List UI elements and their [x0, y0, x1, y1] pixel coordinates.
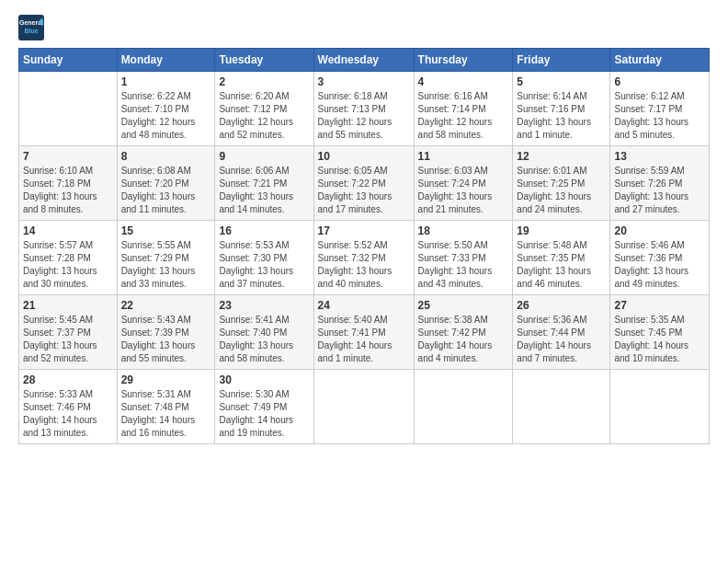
calendar-week-4: 21Sunrise: 5:45 AMSunset: 7:37 PMDayligh… [19, 295, 710, 370]
day-info: Sunrise: 5:33 AMSunset: 7:46 PMDaylight:… [23, 388, 113, 440]
day-info: Sunrise: 6:22 AMSunset: 7:10 PMDaylight:… [121, 90, 211, 142]
day-number: 9 [219, 150, 309, 163]
day-number: 3 [318, 75, 410, 88]
day-number: 6 [614, 75, 705, 88]
calendar-cell: 12Sunrise: 6:01 AMSunset: 7:25 PMDayligh… [513, 146, 610, 221]
calendar-cell: 1Sunrise: 6:22 AMSunset: 7:10 PMDaylight… [117, 72, 215, 146]
day-info: Sunrise: 5:57 AMSunset: 7:28 PMDaylight:… [23, 239, 113, 291]
calendar-cell: 3Sunrise: 6:18 AMSunset: 7:13 PMDaylight… [313, 72, 414, 146]
day-info: Sunrise: 5:53 AMSunset: 7:30 PMDaylight:… [219, 239, 309, 291]
day-info: Sunrise: 6:16 AMSunset: 7:14 PMDaylight:… [418, 90, 509, 142]
day-number: 23 [219, 299, 309, 312]
calendar-week-3: 14Sunrise: 5:57 AMSunset: 7:28 PMDayligh… [19, 221, 710, 295]
day-info: Sunrise: 5:41 AMSunset: 7:40 PMDaylight:… [219, 314, 309, 365]
weekday-header-wednesday: Wednesday [313, 49, 414, 72]
day-info: Sunrise: 6:20 AMSunset: 7:12 PMDaylight:… [219, 90, 309, 142]
day-number: 13 [614, 150, 705, 163]
calendar-cell: 10Sunrise: 6:05 AMSunset: 7:22 PMDayligh… [313, 146, 414, 221]
calendar-cell: 27Sunrise: 5:35 AMSunset: 7:45 PMDayligh… [610, 295, 710, 370]
calendar-page: General Blue SundayMondayTuesdayWednesda… [0, 0, 728, 459]
day-number: 19 [517, 224, 606, 237]
day-number: 17 [318, 224, 410, 237]
day-number: 22 [121, 299, 211, 312]
weekday-header-tuesday: Tuesday [215, 49, 313, 72]
day-info: Sunrise: 5:30 AMSunset: 7:49 PMDaylight:… [219, 388, 309, 440]
day-number: 1 [121, 75, 211, 88]
day-number: 29 [121, 373, 211, 386]
day-info: Sunrise: 6:01 AMSunset: 7:25 PMDaylight:… [517, 165, 606, 216]
day-number: 27 [614, 299, 705, 312]
calendar-header: SundayMondayTuesdayWednesdayThursdayFrid… [19, 49, 710, 72]
day-number: 25 [418, 299, 509, 312]
calendar-cell: 18Sunrise: 5:50 AMSunset: 7:33 PMDayligh… [414, 221, 513, 295]
calendar-cell: 24Sunrise: 5:40 AMSunset: 7:41 PMDayligh… [313, 295, 414, 370]
day-info: Sunrise: 5:35 AMSunset: 7:45 PMDaylight:… [614, 314, 705, 365]
calendar-cell: 4Sunrise: 6:16 AMSunset: 7:14 PMDaylight… [414, 72, 513, 146]
header: General Blue [18, 15, 710, 40]
weekday-header-thursday: Thursday [414, 49, 513, 72]
calendar-week-1: 1Sunrise: 6:22 AMSunset: 7:10 PMDaylight… [19, 72, 710, 146]
calendar-cell: 5Sunrise: 6:14 AMSunset: 7:16 PMDaylight… [513, 72, 610, 146]
weekday-header-sunday: Sunday [19, 49, 118, 72]
day-info: Sunrise: 5:43 AMSunset: 7:39 PMDaylight:… [121, 314, 211, 365]
day-info: Sunrise: 5:31 AMSunset: 7:48 PMDaylight:… [121, 388, 211, 440]
day-number: 7 [23, 150, 113, 163]
day-number: 14 [23, 224, 113, 237]
calendar-cell: 21Sunrise: 5:45 AMSunset: 7:37 PMDayligh… [19, 295, 118, 370]
calendar-week-5: 28Sunrise: 5:33 AMSunset: 7:46 PMDayligh… [19, 370, 710, 444]
day-number: 11 [418, 150, 509, 163]
calendar-cell [610, 370, 710, 444]
calendar-cell: 19Sunrise: 5:48 AMSunset: 7:35 PMDayligh… [513, 221, 610, 295]
calendar-cell: 7Sunrise: 6:10 AMSunset: 7:18 PMDaylight… [19, 146, 118, 221]
day-number: 18 [418, 224, 509, 237]
calendar-cell: 23Sunrise: 5:41 AMSunset: 7:40 PMDayligh… [215, 295, 313, 370]
calendar-cell: 26Sunrise: 5:36 AMSunset: 7:44 PMDayligh… [513, 295, 610, 370]
day-info: Sunrise: 6:03 AMSunset: 7:24 PMDaylight:… [418, 165, 509, 216]
logo-icon: General Blue [18, 15, 44, 40]
calendar-cell: 6Sunrise: 6:12 AMSunset: 7:17 PMDaylight… [610, 72, 710, 146]
calendar-cell: 8Sunrise: 6:08 AMSunset: 7:20 PMDaylight… [117, 146, 215, 221]
day-info: Sunrise: 5:38 AMSunset: 7:42 PMDaylight:… [418, 314, 509, 365]
weekday-header-row: SundayMondayTuesdayWednesdayThursdayFrid… [19, 49, 710, 72]
calendar-cell [313, 370, 414, 444]
day-info: Sunrise: 6:10 AMSunset: 7:18 PMDaylight:… [23, 165, 113, 216]
calendar-cell: 25Sunrise: 5:38 AMSunset: 7:42 PMDayligh… [414, 295, 513, 370]
svg-text:Blue: Blue [24, 28, 38, 34]
calendar-body: 1Sunrise: 6:22 AMSunset: 7:10 PMDaylight… [19, 72, 710, 444]
day-number: 15 [121, 224, 211, 237]
day-number: 30 [219, 373, 309, 386]
day-number: 24 [318, 299, 410, 312]
day-number: 5 [517, 75, 606, 88]
calendar-cell: 13Sunrise: 5:59 AMSunset: 7:26 PMDayligh… [610, 146, 710, 221]
weekday-header-monday: Monday [117, 49, 215, 72]
calendar-cell: 9Sunrise: 6:06 AMSunset: 7:21 PMDaylight… [215, 146, 313, 221]
day-number: 28 [23, 373, 113, 386]
day-number: 4 [418, 75, 509, 88]
calendar-cell: 14Sunrise: 5:57 AMSunset: 7:28 PMDayligh… [19, 221, 118, 295]
calendar-cell: 11Sunrise: 6:03 AMSunset: 7:24 PMDayligh… [414, 146, 513, 221]
calendar-week-2: 7Sunrise: 6:10 AMSunset: 7:18 PMDaylight… [19, 146, 710, 221]
day-info: Sunrise: 5:36 AMSunset: 7:44 PMDaylight:… [517, 314, 606, 365]
day-number: 21 [23, 299, 113, 312]
day-info: Sunrise: 5:55 AMSunset: 7:29 PMDaylight:… [121, 239, 211, 291]
day-info: Sunrise: 6:14 AMSunset: 7:16 PMDaylight:… [517, 90, 606, 142]
weekday-header-friday: Friday [513, 49, 610, 72]
calendar-cell [19, 72, 118, 146]
day-info: Sunrise: 6:05 AMSunset: 7:22 PMDaylight:… [318, 165, 410, 216]
calendar-cell: 2Sunrise: 6:20 AMSunset: 7:12 PMDaylight… [215, 72, 313, 146]
calendar-cell: 15Sunrise: 5:55 AMSunset: 7:29 PMDayligh… [117, 221, 215, 295]
calendar-cell: 28Sunrise: 5:33 AMSunset: 7:46 PMDayligh… [19, 370, 118, 444]
day-info: Sunrise: 5:40 AMSunset: 7:41 PMDaylight:… [318, 314, 410, 365]
calendar-cell: 22Sunrise: 5:43 AMSunset: 7:39 PMDayligh… [117, 295, 215, 370]
day-info: Sunrise: 6:18 AMSunset: 7:13 PMDaylight:… [318, 90, 410, 142]
day-number: 26 [517, 299, 606, 312]
logo: General Blue [18, 15, 48, 40]
day-number: 20 [614, 224, 705, 237]
day-info: Sunrise: 5:45 AMSunset: 7:37 PMDaylight:… [23, 314, 113, 365]
calendar-cell: 20Sunrise: 5:46 AMSunset: 7:36 PMDayligh… [610, 221, 710, 295]
day-info: Sunrise: 5:48 AMSunset: 7:35 PMDaylight:… [517, 239, 606, 291]
calendar-table: SundayMondayTuesdayWednesdayThursdayFrid… [18, 48, 710, 444]
calendar-cell [414, 370, 513, 444]
day-info: Sunrise: 5:59 AMSunset: 7:26 PMDaylight:… [614, 165, 705, 216]
day-info: Sunrise: 6:08 AMSunset: 7:20 PMDaylight:… [121, 165, 211, 216]
